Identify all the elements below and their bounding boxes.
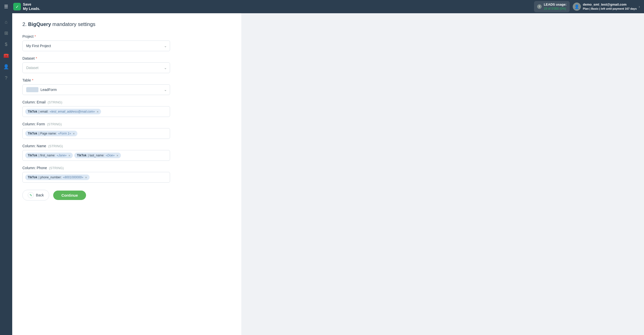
col-phone-type: (STRING): [49, 166, 64, 170]
email-tag-remove[interactable]: ×: [97, 110, 99, 113]
project-required: *: [35, 34, 36, 38]
sidebar-item-billing[interactable]: $: [2, 40, 11, 49]
col-phone-input[interactable]: TikTok | phone_number: «8001000000» ×: [22, 172, 170, 183]
user-section: 👤 demo_sml_test@gmail.com Plan | Basic |…: [573, 3, 640, 11]
name-tag-1: TikTok | first_name: «Jane» ×: [25, 153, 73, 158]
sidebar-item-profile[interactable]: 👤: [2, 62, 11, 71]
form-tag: TikTok | Page name: «Form 1» ×: [25, 131, 77, 136]
col-name-label: Column: Name (STRING): [22, 144, 231, 148]
project-group: Project * My First Project ⌄: [22, 34, 231, 51]
dataset-select[interactable]: Dataset: [22, 62, 170, 73]
table-mini-badge: [26, 87, 38, 92]
col-form-label: Column: Form (STRING): [22, 122, 231, 126]
info-icon: i: [537, 4, 542, 9]
email-tag: TikTok | email: «test_email_address@mail…: [25, 109, 101, 114]
phone-tag-remove[interactable]: ×: [85, 176, 87, 179]
col-name-group: Column: Name (STRING) TikTok | first_nam…: [22, 144, 231, 161]
col-email-input[interactable]: TikTok | email: «test_email_address@mail…: [22, 106, 170, 117]
table-label: Table *: [22, 78, 231, 82]
right-panel: [328, 13, 644, 335]
menu-icon[interactable]: ☰: [4, 4, 8, 9]
sidebar-item-home[interactable]: ⌂: [2, 17, 11, 26]
back-pencil-icon: ✎: [28, 192, 34, 198]
leads-title: LEADS usage:: [544, 3, 567, 7]
leads-count: 19 of 5'000 (0%): [544, 7, 567, 11]
dataset-required: *: [36, 56, 37, 60]
logo: ✓ Save My Leads.: [13, 2, 40, 11]
col-email-group: Column: Email (STRING) TikTok | email: «…: [22, 100, 231, 117]
main-content: 2. BigQuery mandatory settings Project *…: [12, 13, 328, 335]
col-form-group: Column: Form (STRING) TikTok | Page name…: [22, 122, 231, 139]
user-email: demo_sml_test@gmail.com: [583, 3, 637, 7]
sidebar-item-tools[interactable]: 🧰: [2, 51, 11, 60]
col-name-type: (STRING): [48, 144, 63, 148]
table-field[interactable]: LeadForm: [22, 84, 170, 95]
table-value: LeadForm: [40, 88, 57, 92]
sidebar-item-connections[interactable]: ⊞: [2, 29, 11, 38]
table-group: Table * LeadForm ⌄: [22, 78, 231, 95]
name-tag-2: TikTok | last_name: «Doe» ×: [74, 153, 121, 158]
project-label: Project *: [22, 34, 231, 38]
dataset-select-wrapper: Dataset ⌄: [22, 62, 170, 73]
col-form-type: (STRING): [47, 122, 62, 126]
leads-badge: i LEADS usage: 19 of 5'000 (0%): [534, 1, 570, 12]
project-select[interactable]: My First Project: [22, 41, 170, 51]
logo-icon: ✓: [13, 3, 21, 10]
table-required: *: [32, 78, 33, 82]
dataset-group: Dataset * Dataset ⌄: [22, 56, 231, 73]
avatar: 👤: [573, 3, 581, 11]
form-tag-remove[interactable]: ×: [73, 132, 75, 135]
section-title: 2. BigQuery mandatory settings: [22, 21, 231, 27]
table-select-wrapper[interactable]: LeadForm ⌄: [22, 84, 170, 95]
sidebar: ⌂ ⊞ $ 🧰 👤 ?: [0, 13, 12, 335]
col-phone-label: Column: Phone (STRING): [22, 166, 231, 170]
phone-tag: TikTok | phone_number: «8001000000» ×: [25, 175, 90, 180]
logo-text: Save My Leads.: [23, 2, 40, 11]
back-button[interactable]: ✎ Back: [22, 190, 49, 200]
layout: ⌂ ⊞ $ 🧰 👤 ? 2. BigQuery mandatory settin…: [0, 13, 644, 335]
topbar: ☰ ✓ Save My Leads. i LEADS usage: 19 of …: [0, 0, 644, 13]
button-row: ✎ Back Continue: [22, 190, 231, 200]
name-tag1-remove[interactable]: ×: [68, 154, 71, 157]
continue-button[interactable]: Continue: [53, 191, 86, 200]
col-email-type: (STRING): [48, 100, 62, 104]
user-chevron-icon[interactable]: ›: [639, 5, 640, 9]
form-content: 2. BigQuery mandatory settings Project *…: [12, 13, 241, 335]
dataset-label: Dataset *: [22, 56, 231, 60]
user-plan: Plan | Basic | left until payment 167 da…: [583, 7, 637, 10]
col-email-label: Column: Email (STRING): [22, 100, 231, 104]
sidebar-item-help[interactable]: ?: [2, 73, 11, 83]
name-tag2-remove[interactable]: ×: [116, 154, 118, 157]
project-select-wrapper: My First Project ⌄: [22, 41, 170, 51]
col-form-input[interactable]: TikTok | Page name: «Form 1» ×: [22, 128, 170, 139]
col-phone-group: Column: Phone (STRING) TikTok | phone_nu…: [22, 166, 231, 183]
col-name-input[interactable]: TikTok | first_name: «Jane» × TikTok | l…: [22, 150, 170, 161]
